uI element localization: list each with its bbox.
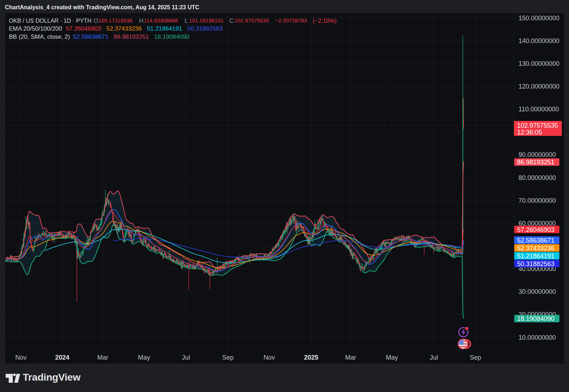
svg-text:140.00000000: 140.00000000: [519, 37, 559, 44]
svg-text:Jul: Jul: [430, 354, 438, 361]
svg-text:Mar: Mar: [97, 354, 108, 361]
svg-text:80.00000000: 80.00000000: [519, 174, 556, 181]
svg-text:50.31882563: 50.31882563: [517, 260, 554, 267]
svg-text:51.21864191: 51.21864191: [147, 25, 182, 32]
svg-text:May: May: [138, 354, 150, 361]
svg-text:52.37433236: 52.37433236: [517, 245, 554, 252]
svg-text:−2.20728783: −2.20728783: [275, 17, 307, 23]
svg-text:Jul: Jul: [182, 354, 190, 361]
svg-text:110.00000000: 110.00000000: [519, 106, 559, 113]
svg-text:OKB / US DOLLAR · 1D · PYTH: OKB / US DOLLAR · 1D · PYTH: [9, 17, 91, 24]
svg-text:Nov: Nov: [15, 354, 27, 361]
svg-text:C: C: [229, 17, 234, 24]
svg-text:(−2.10%): (−2.10%): [313, 17, 336, 24]
svg-text:30.00000000: 30.00000000: [519, 288, 556, 295]
svg-text:57.26046903: 57.26046903: [517, 226, 554, 233]
svg-text:70.00000000: 70.00000000: [519, 197, 556, 204]
svg-text:130.00000000: 130.00000000: [519, 60, 559, 67]
svg-text:L: L: [185, 17, 188, 24]
svg-text:EMA 20/50/100/200: EMA 20/50/100/200: [9, 25, 62, 32]
svg-text:H: H: [139, 17, 143, 24]
svg-text:Sep: Sep: [470, 354, 481, 361]
svg-text:Nov: Nov: [264, 354, 275, 361]
svg-text:12:36:05: 12:36:05: [517, 129, 542, 136]
svg-text:90.00000000: 90.00000000: [519, 151, 556, 158]
svg-text:18.19084090: 18.19084090: [154, 33, 190, 40]
svg-text:Mar: Mar: [345, 354, 356, 361]
svg-text:102.97575535: 102.97575535: [234, 17, 269, 23]
svg-text:86.98193251: 86.98193251: [114, 33, 149, 40]
svg-text:102.97575535: 102.97575535: [517, 122, 558, 129]
svg-text:101.19199101: 101.19199101: [189, 17, 224, 23]
svg-text:52.37433236: 52.37433236: [106, 25, 142, 32]
svg-text:120.00000000: 120.00000000: [519, 83, 559, 90]
svg-text:50.31882563: 50.31882563: [187, 25, 223, 32]
svg-text:2024: 2024: [55, 354, 69, 361]
svg-text:2025: 2025: [304, 354, 318, 361]
svg-text:150.00000000: 150.00000000: [519, 15, 559, 22]
svg-text:May: May: [386, 354, 398, 361]
svg-text:Sep: Sep: [222, 354, 234, 361]
svg-text:10.00000000: 10.00000000: [519, 334, 556, 341]
svg-text:86.98193251: 86.98193251: [517, 159, 554, 166]
svg-text:105.17118536: 105.17118536: [99, 17, 133, 23]
svg-text:51.21864191: 51.21864191: [517, 253, 554, 260]
svg-text:BB (20, SMA, close, 2): BB (20, SMA, close, 2): [9, 33, 70, 40]
svg-text:O: O: [94, 17, 98, 24]
svg-text:114.83308668: 114.83308668: [144, 17, 178, 23]
svg-text:52.58638671: 52.58638671: [73, 33, 108, 40]
svg-text:ChartAnalysis_4 created with T: ChartAnalysis_4 created with TradingView…: [5, 4, 200, 10]
svg-text:18.19084090: 18.19084090: [517, 315, 554, 322]
svg-text:52.58638671: 52.58638671: [517, 237, 554, 244]
svg-text:TradingView: TradingView: [23, 372, 81, 383]
svg-text:57.26046903: 57.26046903: [66, 25, 101, 32]
